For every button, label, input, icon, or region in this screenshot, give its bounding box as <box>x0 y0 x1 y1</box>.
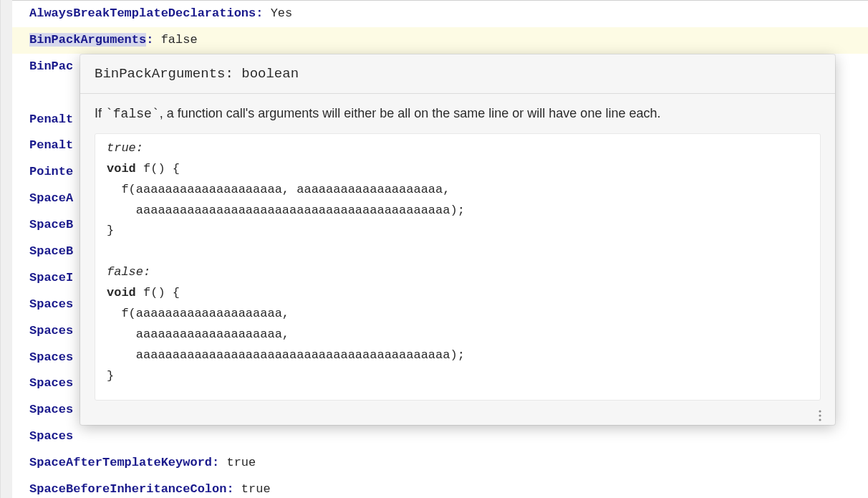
documentation-popup: BinPackArguments: boolean If `false`, a … <box>80 54 835 425</box>
code-line[interactable]: BinPackArguments: false <box>12 27 868 54</box>
config-key: SpaceA <box>29 191 73 205</box>
config-key: Spaces <box>29 324 73 337</box>
config-key: Spaces <box>29 429 73 443</box>
config-key: SpaceB <box>29 218 73 231</box>
code-line[interactable]: Spaces <box>12 423 868 450</box>
config-key: Spaces <box>29 297 73 311</box>
code-line[interactable]: SpaceBeforeInheritanceColon: true <box>12 477 868 498</box>
config-key: SpaceAfterTemplateKeyword <box>29 456 212 469</box>
popup-code-example: true: void f() { f(aaaaaaaaaaaaaaaaaaaa,… <box>95 133 821 401</box>
config-key: BinPac <box>29 59 73 73</box>
svg-point-1 <box>819 414 821 416</box>
config-value: true <box>241 482 271 496</box>
popup-header: BinPackArguments: boolean <box>80 54 835 94</box>
code-line[interactable]: SpaceAfterTemplateKeyword: true <box>12 450 868 477</box>
config-value: true <box>226 456 256 469</box>
config-key: Spaces <box>29 376 73 390</box>
colon: : <box>256 6 263 20</box>
config-value: false <box>161 33 198 47</box>
config-key: Spaces <box>29 350 73 364</box>
config-key: SpaceBeforeInheritanceColon <box>29 482 226 496</box>
popup-body: If `false`, a function call's arguments … <box>80 94 835 406</box>
colon: : <box>146 33 153 47</box>
desc-text-suffix: , a function call's arguments will eithe… <box>160 106 661 120</box>
config-value: Yes <box>271 6 293 20</box>
config-key: SpaceI <box>29 271 73 284</box>
config-key: Spaces <box>29 403 73 416</box>
popup-footer <box>80 406 835 425</box>
desc-code-inline: `false` <box>105 107 160 121</box>
popup-description: If `false`, a function call's arguments … <box>95 104 821 125</box>
config-key: Pointe <box>29 165 73 178</box>
desc-text-prefix: If <box>95 106 105 120</box>
config-key: Penalt <box>29 112 73 126</box>
svg-point-2 <box>819 418 821 421</box>
colon: : <box>212 456 219 469</box>
config-key: BinPackArguments <box>29 33 146 47</box>
config-key: AlwaysBreakTemplateDeclarations <box>29 6 256 20</box>
more-options-icon[interactable] <box>814 409 826 422</box>
svg-point-0 <box>819 410 821 412</box>
colon: : <box>226 482 233 496</box>
config-key: SpaceB <box>29 244 73 258</box>
config-key: Penalt <box>29 138 73 152</box>
code-line[interactable]: AlwaysBreakTemplateDeclarations: Yes <box>12 0 868 27</box>
